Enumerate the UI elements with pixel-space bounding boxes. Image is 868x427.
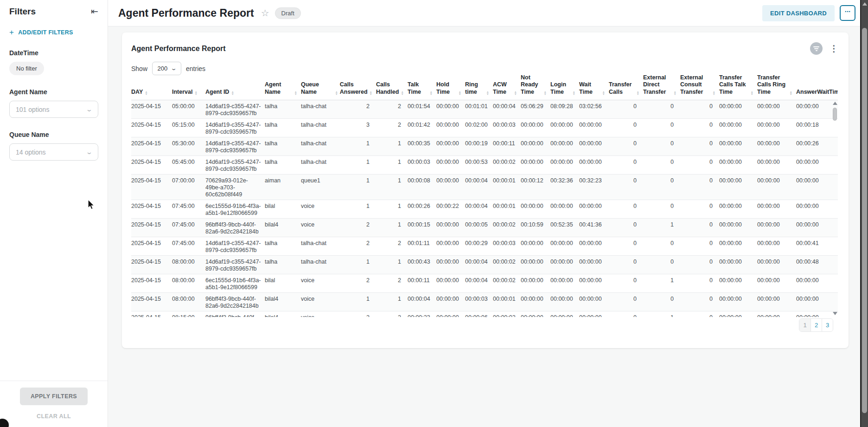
- edit-dashboard-button[interactable]: EDIT DASHBOARD: [762, 5, 835, 21]
- col-header-ring_time[interactable]: Ring time▲▼: [465, 73, 493, 100]
- cell-transfer_calls: 0: [609, 311, 643, 317]
- cell-login_time: 00:00:00: [550, 118, 579, 137]
- col-header-agent_name[interactable]: Agent Name▲▼: [265, 73, 301, 100]
- cell-day: 2025-04-15: [131, 118, 172, 137]
- sort-icon: ▲▼: [486, 91, 489, 95]
- sort-icon: ▲▼: [514, 91, 517, 95]
- cell-calls_handled: 1: [376, 200, 408, 218]
- cell-external_direct_transfer: 1: [643, 274, 680, 292]
- filter-label-agent-name: Agent Name: [9, 88, 98, 96]
- cell-agent_name: bilal4: [265, 292, 301, 311]
- cell-agent_name: bilal4: [265, 218, 301, 237]
- cell-acw_time: 00:00:01: [493, 174, 521, 200]
- collapse-sidebar-icon[interactable]: ⇤: [90, 6, 99, 17]
- scroll-up-icon[interactable]: [833, 102, 837, 105]
- cell-hold_time: 00:00:00: [436, 311, 465, 317]
- sort-icon: ▲▼: [573, 91, 575, 95]
- cell-transfer_calls_ring_time: 00:00:00: [757, 100, 796, 118]
- col-header-transfer_calls[interactable]: Transfer Calls▲▼: [609, 73, 643, 100]
- filter-label-queue-name: Queue Name: [9, 131, 98, 138]
- col-header-label: External Consult Transfer: [680, 74, 711, 96]
- cell-transfer_calls_talk_time: 00:00:00: [719, 237, 757, 255]
- more-options-button[interactable]: ...: [840, 5, 855, 21]
- page-button-1[interactable]: 1: [799, 319, 811, 331]
- sort-icon: ▲▼: [145, 91, 147, 95]
- cell-transfer_calls_talk_time: 00:00:00: [719, 155, 757, 174]
- col-header-calls_handled[interactable]: Calls Handled▲▼: [376, 73, 408, 100]
- chevron-down-icon: ⌄: [171, 65, 177, 71]
- col-header-external_consult_transfer[interactable]: External Consult Transfer▲▼: [680, 73, 719, 100]
- cell-calls_handled: 1: [376, 292, 408, 311]
- cell-agent_id: 14d6af19-c355-4247-8979-cdc9359657fb: [205, 237, 265, 255]
- cell-interval: 07:45:00: [172, 200, 205, 218]
- cell-external_direct_transfer: 0: [643, 100, 680, 118]
- col-header-transfer_calls_talk_time[interactable]: Transfer Calls Talk Time▲▼: [719, 73, 757, 100]
- cell-transfer_calls_talk_time: 00:00:00: [719, 255, 757, 274]
- queue-name-select[interactable]: 14 options ⌄: [9, 143, 98, 161]
- cell-ring_time: 00:01:01: [465, 100, 493, 118]
- cell-acw_time: 00:00:02: [493, 311, 521, 317]
- datetime-filter-chip[interactable]: No filter: [9, 62, 44, 75]
- widget-filter-icon[interactable]: [810, 42, 823, 55]
- table-viewport: DAY▲▼Interval▲▼Agent ID▲▼Agent Name▲▼Que…: [131, 73, 838, 317]
- cell-agent_name: talha: [265, 118, 301, 137]
- page-button-2[interactable]: 2: [811, 319, 822, 331]
- cell-transfer_calls_talk_time: 00:00:00: [719, 137, 757, 155]
- add-edit-filters-button[interactable]: + ADD/EDIT FILTERS: [9, 28, 98, 36]
- cell-calls_answered: 1: [342, 292, 376, 311]
- page-button-3[interactable]: 3: [822, 319, 833, 331]
- chevron-down-icon: ⌄: [86, 149, 93, 155]
- sort-icon: ▲▼: [674, 91, 677, 95]
- cell-agent_name: talha: [265, 100, 301, 118]
- cell-calls_handled: 1: [376, 174, 408, 200]
- cell-calls_answered: 2: [342, 311, 376, 317]
- col-header-not_ready_time[interactable]: Not Ready Time▲▼: [521, 73, 550, 100]
- col-header-acw_time[interactable]: ACW Time▲▼: [493, 73, 521, 100]
- cell-calls_answered: 1: [342, 255, 376, 274]
- col-header-agent_id[interactable]: Agent ID▲▼: [205, 73, 265, 100]
- col-header-answer_wait_time[interactable]: AnswerWaitTime▲▼: [796, 73, 838, 100]
- col-header-talk_time[interactable]: Talk Time▲▼: [408, 73, 436, 100]
- sort-icon: ▲▼: [370, 91, 372, 95]
- cell-calls_handled: 1: [376, 218, 408, 237]
- cell-calls_answered: 2: [342, 100, 376, 118]
- page-scrollbar-thumb[interactable]: [862, 28, 867, 413]
- cell-ring_time: 00:02:00: [465, 118, 493, 137]
- col-header-label: Talk Time: [408, 81, 428, 96]
- agent-name-select[interactable]: 101 options ⌄: [9, 101, 98, 118]
- col-header-queue_name[interactable]: Queue Name▲▼: [301, 73, 342, 100]
- col-header-interval[interactable]: Interval▲▼: [172, 73, 205, 100]
- col-header-external_direct_transfer[interactable]: External Direct Transfer▲▼: [643, 73, 680, 100]
- page-scrollbar[interactable]: [860, 0, 868, 427]
- scroll-down-icon[interactable]: [833, 312, 837, 315]
- cell-external_consult_transfer: 0: [680, 174, 719, 200]
- page-scroll-up-icon[interactable]: [862, 2, 867, 6]
- topbar: Agent Performance Report ☆ Draft EDIT DA…: [108, 0, 860, 26]
- cell-hold_time: 00:00:00: [436, 118, 465, 137]
- cell-not_ready_time: 00:00:00: [521, 118, 550, 137]
- col-header-calls_answered[interactable]: Calls Answered▲▼: [342, 73, 376, 100]
- apply-filters-button[interactable]: APPLY FILTERS: [20, 388, 88, 405]
- cell-ring_time: 00:00:04: [465, 255, 493, 274]
- sort-icon: ▲▼: [602, 91, 605, 95]
- table-scrollbar[interactable]: [832, 100, 838, 317]
- col-header-hold_time[interactable]: Hold Time▲▼: [436, 73, 465, 100]
- cell-agent_name: talha: [265, 137, 301, 155]
- clear-all-button[interactable]: CLEAR ALL: [0, 413, 108, 420]
- col-header-day[interactable]: DAY▲▼: [131, 73, 172, 100]
- cell-calls_answered: 3: [342, 118, 376, 137]
- col-header-login_time[interactable]: Login Time▲▼: [550, 73, 579, 100]
- cell-transfer_calls_ring_time: 00:00:00: [757, 237, 796, 255]
- cell-interval: 07:45:00: [172, 218, 205, 237]
- col-header-label: Transfer Calls: [609, 81, 635, 96]
- cell-acw_time: 00:00:01: [493, 292, 521, 311]
- cell-login_time: 08:09:28: [550, 100, 579, 118]
- favorite-star-icon[interactable]: ☆: [261, 8, 269, 18]
- table-scrollbar-thumb[interactable]: [833, 108, 837, 121]
- kebab-menu-icon[interactable]: ⋮: [830, 44, 838, 53]
- cell-interval: 05:30:00: [172, 137, 205, 155]
- col-header-transfer_calls_ring_time[interactable]: Transfer Calls Ring Time▲▼: [757, 73, 796, 100]
- cell-wait_time: 03:02:56: [579, 100, 609, 118]
- table-row: 2025-04-1505:30:0014d6af19-c355-4247-897…: [131, 137, 838, 155]
- col-header-wait_time[interactable]: Wait Time▲▼: [579, 73, 609, 100]
